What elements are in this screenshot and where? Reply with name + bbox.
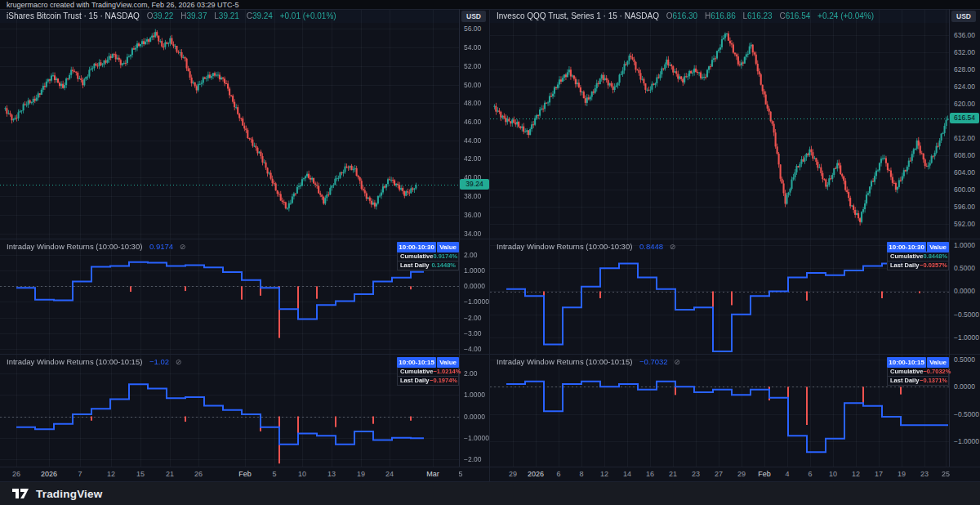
indicator-title[interactable]: Intraday Window Returns (10:00-10:15) [7, 357, 142, 366]
price-tick-label: 620.00 [950, 100, 975, 108]
credit-text: krugermacro created with TradingView.com… [7, 1, 238, 9]
price-tick-label: −1.0000 [950, 333, 979, 342]
indicator-title[interactable]: Intraday Window Returns (10:00-10:30) [497, 242, 632, 251]
table-value-header: Value [437, 242, 459, 252]
price-tick-label: 1.0000 [460, 391, 485, 399]
price-tick-label: −2.00 [460, 314, 482, 322]
indicator-legend-right-mid: Intraday Window Returns (10:00-10:30) 0.… [497, 242, 675, 251]
time-axis-label: 23 [692, 470, 700, 478]
currency-button-right[interactable]: USD [951, 11, 976, 22]
price-tick-label: 42.00 [460, 154, 481, 163]
indicator-value: −1.02 [149, 357, 169, 366]
close-value: 616.54 [786, 11, 811, 20]
table-row: Last Daily0.1448% [397, 261, 459, 270]
price-tick-label: 48.00 [460, 99, 481, 107]
table-row: Last Daily−0.1371% [887, 377, 949, 386]
time-axis-label: 19 [898, 470, 906, 478]
price-tick-label: 0.0000 [950, 382, 975, 391]
returns-table-right-bottom: 10:00-10:15Value Cumulative−0.7032% Last… [887, 357, 949, 386]
change-value: +0.24 (+0.04%) [817, 11, 874, 20]
price-tick-label: −3.00 [460, 329, 482, 337]
last-price-badge-right: 616.54 [950, 113, 979, 123]
open-value: 616.30 [673, 11, 698, 20]
price-tick-label: 0.0000 [950, 287, 975, 295]
symbol-legend-right: Invesco QQQ Trust, Series 1 · 15 · NASDA… [497, 11, 874, 20]
table-row: Last Daily−0.1974% [397, 377, 459, 386]
time-axis-label: 12 [852, 470, 860, 478]
price-chart-canvas-left[interactable] [0, 10, 459, 239]
indicator-canvas-right-bottom[interactable] [490, 355, 949, 467]
indicator-options-icon[interactable]: ⊘ [670, 243, 676, 251]
returns-table-left-bottom: 10:00-10:15Value Cumulative−1.0214% Last… [397, 357, 459, 386]
time-axis-label: 26 [12, 470, 20, 478]
close-value: 39.24 [252, 11, 273, 20]
time-axis-label: 4 [785, 470, 789, 478]
price-tick-label: 38.00 [460, 192, 481, 200]
time-axis-label: 7 [78, 470, 82, 478]
price-tick-label: 1.0000 [950, 241, 975, 249]
price-tick-label: −2.00 [460, 455, 482, 463]
indicator-options-icon[interactable]: ⊘ [180, 243, 186, 251]
tradingview-logo-icon[interactable] [11, 488, 29, 499]
indicator-value: 0.9174 [149, 242, 173, 251]
indicator-value: 0.8448 [639, 242, 663, 251]
price-tick-label: 56.00 [460, 25, 481, 33]
table-value-header: Value [927, 242, 949, 252]
indicator-options-icon[interactable]: ⊘ [674, 358, 680, 366]
brand-name[interactable]: TradingView [36, 488, 102, 500]
time-axis-label: 12 [600, 470, 608, 478]
price-tick-label: 0.0000 [460, 282, 485, 290]
time-axis-label: 21 [669, 470, 677, 478]
table-window-header: 10:00-10:30 [887, 242, 926, 252]
price-tick-label: −0.5000 [950, 410, 979, 418]
time-axis-label: 26 [194, 470, 203, 478]
indicator-value: −0.7032 [639, 357, 668, 366]
time-axis-label: 5 [272, 470, 276, 478]
time-axis-label: 5 [458, 470, 462, 478]
time-axis-label: 16 [646, 470, 654, 478]
pane-separator[interactable] [0, 239, 980, 239]
symbol-title[interactable]: Invesco QQQ Trust, Series 1 · 15 · NASDA… [497, 11, 659, 20]
price-tick-label: 612.00 [950, 134, 975, 142]
indicator-options-icon[interactable]: ⊘ [176, 358, 182, 366]
table-value-header: Value [927, 357, 949, 368]
column-divider[interactable] [489, 9, 490, 482]
price-tick-label: −1.0000 [460, 434, 489, 442]
time-axis-label: Feb [238, 470, 252, 478]
time-axis-label: 6 [556, 470, 560, 478]
time-axis-label: 14 [623, 470, 631, 478]
table-row: Cumulative0.9174% [397, 252, 459, 261]
symbol-legend-left: iShares Bitcoin Trust · 15 · NASDAQ O39.… [7, 11, 336, 20]
price-tick-label: 628.00 [950, 65, 975, 74]
time-axis-label: 21 [166, 470, 174, 478]
price-tick-label: −1.0000 [950, 437, 979, 445]
indicator-canvas-right-mid[interactable] [490, 239, 949, 354]
close-label: C [779, 11, 785, 20]
table-row: Last Daily−0.0357% [887, 261, 949, 270]
indicator-title[interactable]: Intraday Window Returns (10:00-10:30) [7, 242, 142, 251]
indicator-title[interactable]: Intraday Window Returns (10:00-10:15) [497, 357, 632, 366]
indicator-canvas-left-bottom[interactable] [0, 355, 459, 467]
price-tick-label: 54.00 [460, 43, 481, 51]
price-chart-canvas-right[interactable] [490, 10, 949, 239]
price-tick-label: 632.00 [950, 48, 975, 56]
price-tick-label: 596.00 [950, 203, 975, 211]
indicator-legend-left-bottom: Intraday Window Returns (10:00-10:15) −1… [7, 357, 181, 366]
symbol-title[interactable]: iShares Bitcoin Trust · 15 · NASDAQ [7, 11, 140, 20]
price-tick-label: 52.00 [460, 62, 481, 70]
time-axis-label: 27 [715, 470, 723, 478]
price-tick-label: 1.0000 [460, 266, 485, 275]
time-axis-label: 6 [808, 470, 812, 478]
pane-separator[interactable] [0, 354, 980, 355]
price-tick-label: 2.00 [460, 369, 478, 378]
returns-table-left-mid: 10:00-10:30Value Cumulative0.9174% Last … [397, 242, 459, 270]
table-value-header: Value [437, 357, 459, 368]
indicator-canvas-left-mid[interactable] [0, 239, 459, 354]
time-axis-label: 29 [509, 470, 517, 478]
time-axis-label: 19 [357, 470, 365, 478]
price-tick-label: 0.5000 [950, 264, 975, 272]
indicator-legend-right-bottom: Intraday Window Returns (10:00-10:15) −0… [497, 357, 680, 366]
price-tick-label: −0.5000 [950, 311, 979, 319]
open-value: 39.22 [153, 11, 173, 20]
currency-button-left[interactable]: USD [461, 11, 486, 22]
